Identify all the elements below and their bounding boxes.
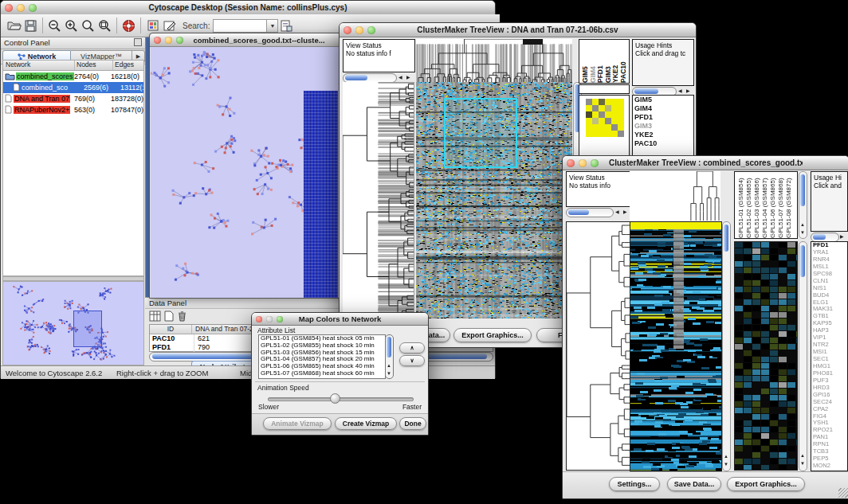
annotation-icon[interactable] xyxy=(161,18,178,33)
scroll-left-icon[interactable]: ◀ xyxy=(678,88,682,94)
dense-cluster-block[interactable] xyxy=(304,91,338,298)
scroll-down-icon[interactable]: ▼ xyxy=(800,229,805,236)
network-overview-panel[interactable] xyxy=(2,281,144,365)
dialog-titlebar[interactable]: Map Colors to Network xyxy=(252,313,428,326)
gene-label[interactable]: PAC10 xyxy=(633,139,693,148)
float-panel-icon[interactable] xyxy=(134,38,142,46)
scroll-down-icon[interactable]: ▼ xyxy=(724,461,728,467)
network-row[interactable]: DNA and Tran 07 769(0) 183728(0) xyxy=(3,93,143,104)
zoom-fit-icon[interactable] xyxy=(96,18,113,33)
move-down-button[interactable]: ∨ xyxy=(399,355,425,366)
zoom-window-icon[interactable] xyxy=(277,316,283,322)
attribute-list-scrollbar[interactable]: ▲ ▼ xyxy=(385,334,394,379)
gene-label[interactable]: YKE2 xyxy=(633,131,693,139)
open-session-icon[interactable] xyxy=(6,18,22,33)
heatmap-area[interactable] xyxy=(630,221,722,472)
attribute-browser-icon[interactable] xyxy=(144,18,161,33)
delete-attribute-icon[interactable] xyxy=(177,311,187,325)
scrollbar-thumb[interactable] xyxy=(800,174,805,206)
scroll-right-icon[interactable]: ▶ xyxy=(840,233,844,240)
search-dropdown-icon[interactable]: ▼ xyxy=(267,19,278,33)
column-dendrogram-canvas[interactable] xyxy=(416,39,572,82)
overview-viewport-rect[interactable] xyxy=(73,311,102,347)
gene-label[interactable]: PFD1 xyxy=(633,113,693,122)
close-icon[interactable] xyxy=(344,26,351,34)
scrollbar-thumb[interactable] xyxy=(568,209,589,215)
scrollbar-thumb[interactable] xyxy=(345,75,367,80)
scrollbar-thumb[interactable] xyxy=(724,225,728,252)
column-dendrogram-canvas[interactable] xyxy=(689,171,720,221)
zoom-window-icon[interactable] xyxy=(176,37,183,44)
scrollbar-thumb[interactable] xyxy=(813,234,826,240)
close-icon[interactable] xyxy=(154,37,161,44)
done-button[interactable]: Done xyxy=(399,417,426,430)
scroll-right-icon[interactable]: ▶ xyxy=(623,209,627,215)
new-attribute-icon[interactable] xyxy=(164,311,174,325)
column-header[interactable]: Nodes xyxy=(75,61,113,70)
scroll-up-icon[interactable]: ▲ xyxy=(800,221,805,228)
scrollbar-thumb[interactable] xyxy=(387,337,391,357)
zoom-selected-icon[interactable] xyxy=(80,18,96,33)
save-data-button[interactable]: Save Data... xyxy=(667,477,721,491)
select-attributes-icon[interactable] xyxy=(149,311,161,325)
zoom-window-icon[interactable] xyxy=(591,159,599,167)
zoom-in-icon[interactable] xyxy=(63,18,80,33)
labels-vscrollbar[interactable]: ▲ ▼ xyxy=(799,171,807,239)
column-header[interactable]: Network xyxy=(3,61,75,70)
main-titlebar[interactable]: Cytoscape Desktop (Session Name: collins… xyxy=(1,1,495,15)
row-dendrogram-canvas[interactable] xyxy=(343,82,414,318)
resize-grip[interactable] xyxy=(838,488,848,498)
minimize-icon[interactable] xyxy=(579,159,587,167)
zoom-vscrollbar[interactable]: ▲ ▼ xyxy=(799,241,807,471)
gene-label[interactable]: GIM3 xyxy=(633,122,693,131)
scroll-down-icon[interactable]: ▼ xyxy=(387,370,391,377)
treeview1-titlebar[interactable]: ClusterMaker TreeView : DNA and Tran 07-… xyxy=(340,23,696,37)
network-canvas-area[interactable] xyxy=(151,46,340,298)
minimize-icon[interactable] xyxy=(266,316,273,322)
minimize-icon[interactable] xyxy=(17,4,25,12)
export-graphics-button[interactable]: Export Graphics... xyxy=(727,477,805,491)
search-input[interactable] xyxy=(213,19,267,33)
scroll-down-icon[interactable]: ▼ xyxy=(800,460,805,467)
settings-button[interactable]: Settings... xyxy=(609,477,660,491)
zoom-out-icon[interactable] xyxy=(46,18,63,33)
slider-thumb[interactable] xyxy=(330,393,340,404)
network-row[interactable]: combined_scores 2764(0) 16218(0) xyxy=(3,71,143,82)
help-lifering-icon[interactable] xyxy=(120,18,137,33)
gene-label[interactable]: GIM4 xyxy=(633,104,693,113)
network-view-titlebar[interactable]: combined_scores_good.txt--cluste... xyxy=(150,33,341,47)
scroll-left-icon[interactable]: ◀ xyxy=(615,209,619,215)
close-icon[interactable] xyxy=(567,159,575,167)
gene-label[interactable]: GIM5 xyxy=(633,96,693,104)
scroll-right-icon[interactable]: ▶ xyxy=(686,88,690,94)
close-icon[interactable] xyxy=(256,316,262,322)
export-graphics-button[interactable]: Export Graphics... xyxy=(453,328,532,342)
scroll-left-icon[interactable]: ◀ xyxy=(398,74,402,80)
scrollbar-thumb[interactable] xyxy=(634,88,658,94)
animate-vizmap-button[interactable]: Animate Vizmap xyxy=(263,417,332,430)
save-session-icon[interactable] xyxy=(22,18,39,33)
scroll-right-icon[interactable]: ▶ xyxy=(406,74,410,80)
scroll-up-icon[interactable]: ▲ xyxy=(724,453,728,459)
heatmap-vscrollbar[interactable]: ▲ ▼ xyxy=(722,221,731,471)
treeview2-titlebar[interactable]: ClusterMaker TreeView : combined_scores_… xyxy=(563,156,848,170)
zoom-window-icon[interactable] xyxy=(29,4,37,12)
move-up-button[interactable]: ∧ xyxy=(399,342,425,354)
attribute-item[interactable]: GPL51-07 (GSM868) heat shock 60 min xyxy=(259,370,385,377)
scroll-up-icon[interactable]: ▲ xyxy=(387,362,391,369)
zoom-heatmap-canvas[interactable] xyxy=(734,241,798,471)
gene-label[interactable]: MON2 xyxy=(811,463,847,470)
column-header[interactable]: Edges xyxy=(113,61,143,70)
animation-speed-slider[interactable] xyxy=(268,397,414,401)
zoom-window-icon[interactable] xyxy=(367,26,375,34)
minimize-icon[interactable] xyxy=(165,37,172,44)
view-status-scrollbar[interactable] xyxy=(566,208,614,217)
row-dendrogram-canvas[interactable] xyxy=(566,221,630,471)
scrollbar-thumb[interactable] xyxy=(800,245,805,277)
minimize-icon[interactable] xyxy=(355,26,363,34)
network-row[interactable]: RNAPuberNov2+ 563(0) 107847(0) xyxy=(3,104,143,115)
close-icon[interactable] xyxy=(5,4,13,12)
column-header[interactable]: ID xyxy=(150,325,192,334)
scroll-up-icon[interactable]: ▲ xyxy=(800,452,805,459)
advanced-search-icon[interactable] xyxy=(278,18,295,33)
